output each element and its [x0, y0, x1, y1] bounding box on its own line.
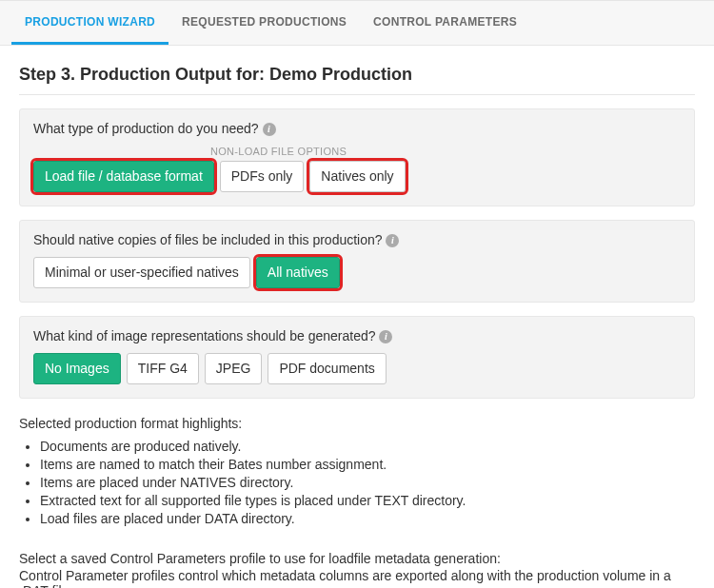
tab-control-parameters[interactable]: CONTROL PARAMETERS: [360, 1, 530, 45]
panel-native-copies: Should native copies of files be include…: [19, 220, 695, 303]
question-text: Should native copies of files be include…: [33, 232, 383, 247]
question-text: What kind of image representations shoul…: [33, 328, 376, 343]
panel-production-type: What type of production do you need? i N…: [19, 108, 695, 206]
list-item: Load files are placed under DATA directo…: [40, 511, 695, 526]
format-highlights-list: Documents are produced natively. Items a…: [19, 439, 695, 526]
format-highlights-title: Selected production format highlights:: [19, 416, 695, 431]
page-body: Step 3. Production Output for: Demo Prod…: [0, 46, 714, 588]
option-no-images[interactable]: No Images: [33, 353, 121, 384]
list-item: Items are placed under NATIVES directory…: [40, 475, 695, 490]
step-heading: Step 3. Production Output for: Demo Prod…: [19, 53, 695, 95]
option-minimal-natives[interactable]: Minimal or user-specified natives: [33, 257, 250, 288]
panel-image-representations: What kind of image representations shoul…: [19, 316, 695, 399]
option-natives-only[interactable]: Natives only: [309, 161, 405, 192]
non-load-file-options-label: NON-LOAD FILE OPTIONS: [210, 146, 681, 157]
native-copies-options: Minimal or user-specified natives All na…: [33, 257, 681, 288]
question-production-type: What type of production do you need? i: [33, 121, 681, 136]
info-icon[interactable]: i: [379, 330, 392, 343]
tab-production-wizard[interactable]: PRODUCTION WIZARD: [11, 1, 169, 45]
question-image-representations: What kind of image representations shoul…: [33, 328, 681, 343]
tabs-bar: PRODUCTION WIZARD REQUESTED PRODUCTIONS …: [0, 0, 714, 46]
option-tiff-g4[interactable]: TIFF G4: [127, 353, 199, 384]
info-icon[interactable]: i: [386, 234, 399, 247]
control-params-description: Control Parameter profiles control which…: [19, 568, 695, 588]
info-icon[interactable]: i: [263, 123, 276, 136]
option-pdf-documents[interactable]: PDF documents: [268, 353, 386, 384]
list-item: Documents are produced natively.: [40, 439, 695, 454]
option-load-file-database[interactable]: Load file / database format: [33, 161, 214, 192]
list-item: Items are named to match their Bates num…: [40, 457, 695, 472]
image-representation-options: No Images TIFF G4 JPEG PDF documents: [33, 353, 681, 384]
production-type-options: Load file / database format PDFs only Na…: [33, 161, 681, 192]
question-native-copies: Should native copies of files be include…: [33, 232, 681, 247]
control-params-label: Select a saved Control Parameters profil…: [19, 551, 695, 566]
list-item: Extracted text for all supported file ty…: [40, 493, 695, 508]
question-text: What type of production do you need?: [33, 121, 259, 136]
option-pdfs-only[interactable]: PDFs only: [220, 161, 305, 192]
option-jpeg[interactable]: JPEG: [205, 353, 263, 384]
tab-requested-productions[interactable]: REQUESTED PRODUCTIONS: [169, 1, 360, 45]
option-all-natives[interactable]: All natives: [256, 257, 340, 288]
